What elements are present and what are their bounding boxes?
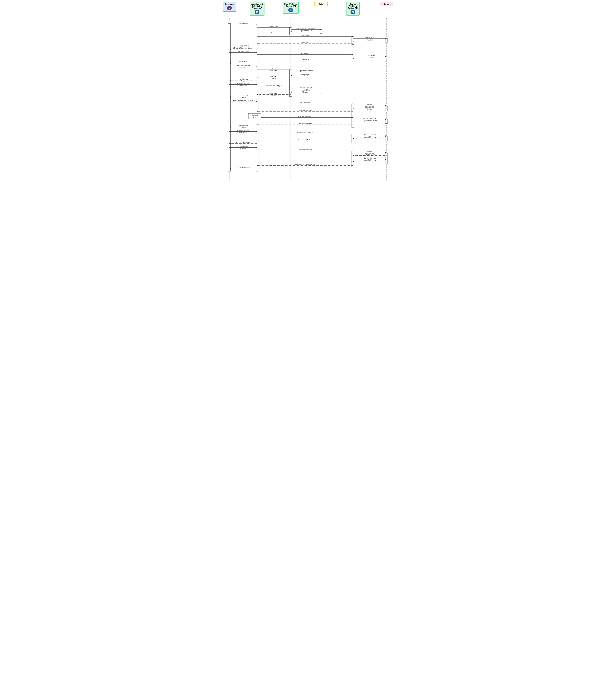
svg-marker-121	[257, 111, 258, 112]
svg-text:Slot Details: Slot Details	[301, 59, 309, 61]
svg-marker-49	[256, 46, 257, 48]
svg-text:Get Appointment By Id: Get Appointment By Id	[266, 85, 282, 87]
svg-text:AppointmentResult: AppointmentResult	[239, 78, 248, 82]
svg-marker-28	[320, 29, 321, 30]
actor-icon-cwa: M	[350, 10, 355, 14]
svg-rect-18	[385, 136, 388, 141]
actor-ewa: Epic Workflow System APIM	[282, 2, 299, 14]
svg-marker-70	[229, 62, 230, 64]
actor-label-cwa: Cerner Workflow System APIM	[346, 2, 360, 16]
svg-text:Slots List: Slots List	[302, 41, 308, 43]
actor-label-epic: Epic	[314, 2, 328, 6]
svg-marker-88	[229, 80, 230, 81]
svg-marker-106	[229, 96, 230, 98]
svg-marker-67	[257, 60, 258, 62]
svg-marker-31	[291, 31, 292, 32]
svg-text:AppointmentResult: AppointmentResult	[301, 73, 310, 77]
svg-marker-91	[256, 84, 257, 85]
svg-text:Cancel Status: Cancel Status	[365, 153, 375, 155]
svg-marker-136	[229, 126, 230, 127]
svg-marker-166	[353, 155, 354, 156]
svg-marker-52	[229, 48, 230, 50]
svg-marker-61	[385, 56, 387, 58]
actor-label-ewa: Epic Workflow System APIM	[283, 2, 299, 14]
svg-rect-6	[228, 23, 230, 171]
svg-rect-16	[352, 134, 354, 143]
svg-marker-25	[290, 27, 291, 28]
svg-text:Get Slot Status: Get Slot Status	[238, 50, 249, 52]
svg-text:By Id: By Id	[253, 116, 256, 118]
svg-marker-82	[291, 75, 292, 76]
svg-marker-34	[257, 33, 258, 35]
actor-icon-asp: M	[255, 10, 260, 14]
sequence-diagram: Search SlotsSearch SlotsSearch Appointme…	[216, 0, 400, 185]
svg-text:BookAppointment: BookAppointment	[269, 68, 279, 71]
svg-rect-17	[385, 119, 388, 123]
svg-rect-13	[385, 39, 388, 42]
svg-text:Aggregate Slots: Aggregate Slots	[237, 45, 249, 47]
svg-rect-15	[385, 106, 388, 111]
svg-text:AppointmentResult: AppointmentResult	[269, 76, 279, 79]
svg-text:Get Slot By Id: Get Slot By Id	[365, 54, 375, 57]
svg-rect-14	[352, 104, 354, 128]
actor-asp: Appointment Scheduling Process APIM	[249, 2, 266, 16]
svg-marker-151	[257, 140, 258, 142]
svg-text:AppointmentDetails: AppointmentDetails	[239, 125, 248, 128]
svg-text:AppointmentDetails: AppointmentDetails	[301, 90, 310, 94]
svg-marker-79	[320, 71, 321, 73]
svg-marker-139	[256, 131, 257, 132]
svg-text:Slot Details: Slot Details	[366, 57, 374, 59]
svg-text:Get Slot By Id: Get Slot By Id	[300, 52, 310, 54]
svg-text:Appointment Result: Appointment Result	[298, 109, 312, 111]
svg-text:Appointment Details: Appointment Details	[298, 139, 312, 141]
svg-layer: Search SlotsSearch SlotsSearch Appointme…	[216, 0, 400, 185]
svg-text:Appointments List: Appointments List	[299, 30, 312, 31]
svg-marker-97	[320, 88, 321, 90]
svg-marker-130	[353, 121, 354, 123]
svg-marker-22	[256, 24, 257, 25]
svg-marker-115	[385, 105, 387, 107]
svg-text:Search Slots: Search Slots	[239, 23, 248, 24]
svg-marker-169	[385, 158, 387, 160]
svg-text:Appointment ($book): Appointment ($book)	[298, 70, 313, 72]
svg-text:Appointment Details: Appointment Details	[363, 136, 377, 138]
svg-text:Cancel Appointment: Cancel Appointment	[298, 149, 312, 150]
svg-text:Slot Details: Slot Details	[239, 61, 247, 63]
svg-marker-148	[353, 138, 354, 139]
svg-marker-64	[353, 58, 354, 60]
svg-text:AppointmentResult: AppointmentResult	[365, 107, 374, 110]
svg-marker-55	[256, 52, 257, 53]
svg-rect-20	[385, 153, 388, 164]
svg-text:CancelAppointment: CancelAppointment	[365, 151, 374, 154]
svg-marker-94	[290, 86, 291, 88]
svg-text:Cancel Appointmentin Cerner: Cancel Appointmentin Cerner	[236, 145, 250, 149]
svg-rect-19	[352, 151, 354, 167]
svg-text:Book Appointment in Cerner: Book Appointment in Cerner	[233, 99, 253, 101]
svg-text:Get AppointmentBy Id: Get AppointmentBy Id	[300, 87, 312, 91]
svg-marker-178	[229, 168, 230, 170]
svg-text:Get Appointmentfrom Epic: Get Appointmentfrom Epic	[237, 82, 249, 86]
svg-text:Get AppointmentBy Id: Get AppointmentBy Id	[364, 134, 376, 137]
svg-text:Slots List: Slots List	[271, 32, 277, 34]
svg-marker-172	[353, 161, 354, 162]
svg-marker-142	[352, 133, 353, 135]
svg-text:Appointment Details: Appointment Details	[298, 122, 312, 124]
svg-text:Book Appointment: Book Appointment	[298, 102, 311, 103]
actor-epic: Epic	[313, 2, 329, 6]
svg-marker-157	[256, 147, 257, 148]
svg-marker-160	[352, 150, 353, 151]
actor-icon-sf: ♥	[227, 6, 232, 10]
svg-marker-112	[352, 103, 353, 104]
svg-rect-7	[256, 25, 258, 171]
svg-marker-109	[256, 101, 257, 102]
svg-marker-133	[257, 124, 258, 125]
actor-cwa: Cerner Workflow System APIM	[344, 2, 361, 16]
svg-text:Slots List: Slots List	[367, 39, 373, 41]
svg-text:AppointmentDetails: AppointmentDetails	[269, 92, 279, 96]
actor-label-cerner: Cerner	[380, 2, 393, 6]
svg-marker-127	[385, 119, 387, 120]
svg-marker-103	[257, 94, 258, 95]
svg-text:Appointment By Id: Appointment By Id	[363, 118, 376, 119]
svg-text:Get Appointment By Id: Get Appointment By Id	[297, 132, 313, 134]
svg-marker-85	[257, 77, 258, 79]
